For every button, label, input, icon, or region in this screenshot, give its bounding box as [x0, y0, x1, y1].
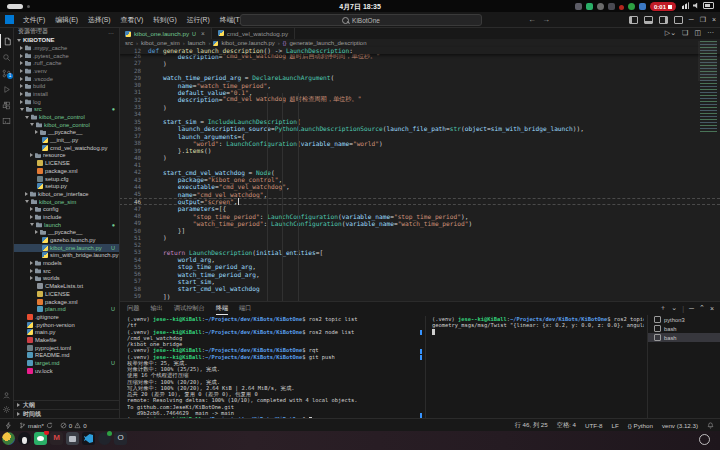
- panel-tab-4[interactable]: 端口: [239, 302, 251, 314]
- dock-browser-icon[interactable]: [2, 432, 15, 445]
- remote-indicator-icon[interactable]: [5, 422, 12, 429]
- notifications-bell-icon[interactable]: [707, 422, 714, 429]
- code-line-40[interactable]: 40 ): [119, 154, 720, 161]
- code-line-44[interactable]: 44 executable="cmd_vel_watchdog",: [119, 183, 720, 190]
- terminal-list-item-1[interactable]: bash: [648, 324, 720, 333]
- status-item-5[interactable]: venv (3.12.3): [662, 422, 698, 429]
- command-center-search[interactable]: KiBotOne: [240, 14, 482, 26]
- code-line-37[interactable]: 37 launch_arguments={: [119, 132, 720, 139]
- code-line-56[interactable]: 56 watch_time_period_arg,: [119, 271, 720, 278]
- tree-item-setup.py[interactable]: setup.py: [13, 182, 119, 190]
- timeline-section[interactable]: 时间线: [13, 409, 119, 418]
- panel-tab-3[interactable]: 终端: [216, 302, 228, 315]
- code-line-38[interactable]: 38 "world": LaunchConfiguration(variable…: [119, 140, 720, 147]
- sticky-scroll-line[interactable]: 12def generate_launch_description() -> L…: [119, 47, 720, 54]
- code-line-53[interactable]: 53 return LaunchDescription(initial_enti…: [119, 249, 720, 256]
- code-line-31[interactable]: 31 default_value="0.1",: [119, 89, 720, 96]
- git-branch-status[interactable]: main*: [19, 422, 53, 429]
- dock-files-icon[interactable]: [66, 432, 79, 445]
- back-icon[interactable]: ←: [528, 15, 536, 24]
- code-line-35[interactable]: 35 start_sim = IncludeLaunchDescription(: [119, 118, 720, 125]
- tree-item-plan.md[interactable]: plan.mdU: [13, 305, 119, 313]
- tree-item-Makefile[interactable]: Makefile: [13, 336, 119, 344]
- recording-pill[interactable]: 0:01: [650, 2, 676, 11]
- code-line-59[interactable]: 59 ]): [119, 292, 720, 299]
- minimap[interactable]: [700, 41, 717, 133]
- code-line-48[interactable]: 48 "stop_time_period": LaunchConfigurati…: [119, 212, 720, 219]
- source-control-icon[interactable]: 1: [0, 66, 13, 80]
- code-line-43[interactable]: 43 package="kibot_one_control",: [119, 176, 720, 183]
- tree-item-worlds[interactable]: worlds: [13, 275, 119, 283]
- code-line-47[interactable]: 47 parameters=[{: [119, 205, 720, 212]
- tree-item-.venv[interactable]: .venv: [13, 67, 119, 75]
- tree-item-main.py[interactable]: main.py: [13, 328, 119, 336]
- breadcrumb-item-0[interactable]: src: [125, 40, 133, 46]
- tree-item-LICENSE[interactable]: LICENSE: [13, 159, 119, 167]
- dock-chat-icon[interactable]: [98, 432, 111, 445]
- tree-item-README.md[interactable]: README.md: [13, 352, 119, 360]
- status-item-0[interactable]: 行 46, 列 25: [515, 421, 548, 430]
- restore-button[interactable]: ❐: [700, 16, 706, 24]
- breadcrumb-item-2[interactable]: launch: [188, 40, 206, 46]
- terminal-scrollbar[interactable]: [420, 316, 422, 419]
- breadcrumb[interactable]: src›kibot_one_sim›launch›kibot_one.launc…: [125, 39, 685, 47]
- tree-item-.pytest_cache[interactable]: .pytest_cache: [13, 52, 119, 60]
- code-line-55[interactable]: 55 stop_time_period_arg,: [119, 263, 720, 270]
- sidebar-more-icon[interactable]: …: [108, 29, 114, 35]
- tree-item-gazebo.launch.py[interactable]: gazebo.launch.py: [13, 236, 119, 244]
- code-line-39[interactable]: 39 }.items(): [119, 147, 720, 154]
- breadcrumb-item-3[interactable]: kibot_one.launch.py: [221, 40, 274, 46]
- terminal-list-item-2[interactable]: bash: [648, 333, 720, 342]
- status-item-4[interactable]: {} Python: [628, 422, 653, 429]
- tree-item-kibot_one_control[interactable]: kibot_one_control: [13, 113, 119, 121]
- account-icon[interactable]: [0, 388, 13, 402]
- code-line-28[interactable]: 28: [119, 67, 720, 74]
- run-debug-icon[interactable]: [0, 82, 13, 96]
- tree-item-CMakeLists.txt[interactable]: CMakeLists.txt: [13, 282, 119, 290]
- tree-item-package.xml[interactable]: package.xml: [13, 167, 119, 175]
- code-line-30[interactable]: 30 name="watch_time_period",: [119, 82, 720, 89]
- outline-section[interactable]: 大纲: [13, 400, 119, 409]
- close-panel-icon[interactable]: ×: [710, 305, 714, 312]
- system-indicators[interactable]: [682, 2, 714, 9]
- terminal-dropdown-icon[interactable]: ⌄: [671, 304, 677, 312]
- status-item-3[interactable]: LF: [612, 422, 619, 429]
- dock-o-app-icon[interactable]: [114, 432, 127, 445]
- tree-item-.gitignore[interactable]: .gitignore: [13, 313, 119, 321]
- code-line-34[interactable]: 34: [119, 111, 720, 118]
- panel-tab-0[interactable]: 问题: [127, 302, 139, 314]
- tab-close-icon[interactable]: ×: [201, 30, 205, 37]
- forward-icon[interactable]: →: [542, 15, 550, 24]
- tree-item-src[interactable]: src●: [13, 106, 119, 114]
- status-item-1[interactable]: 空格: 4: [557, 421, 576, 430]
- tree-item-setup.cfg[interactable]: setup.cfg: [13, 175, 119, 183]
- code-line-58[interactable]: 58 start_cmd_vel_watchdog: [119, 285, 720, 292]
- code-line-54[interactable]: 54 world_arg,: [119, 256, 720, 263]
- tree-item-launch[interactable]: launch●: [13, 221, 119, 229]
- settings-gear-icon[interactable]: [0, 402, 13, 416]
- tree-item-kibot_one_control[interactable]: kibot_one_control: [13, 121, 119, 129]
- code-line-29[interactable]: 29 watch_time_period_arg = DeclareLaunch…: [119, 74, 720, 81]
- menu-item-4[interactable]: 转到(G): [149, 13, 180, 27]
- menu-item-2[interactable]: 选择(S): [84, 13, 115, 27]
- workspace-root-row[interactable]: KIBOTONE: [13, 36, 119, 44]
- code-line-27[interactable]: 27 ): [119, 60, 720, 67]
- tree-item-LICENSE[interactable]: LICENSE: [13, 290, 119, 298]
- terminal-pane-right[interactable]: (.venv) jese--ki@KiBall:~/Projects/dev/K…: [432, 316, 644, 419]
- tree-item-kibot_one_interface[interactable]: kibot_one_interface: [13, 190, 119, 198]
- tree-item-log[interactable]: log: [13, 98, 119, 106]
- editor-tab-1[interactable]: cmd_vel_watchdog.py: [212, 27, 295, 39]
- tree-item-resource[interactable]: resource: [13, 152, 119, 160]
- remote-explorer-icon[interactable]: [0, 114, 13, 128]
- tree-item-build[interactable]: build: [13, 82, 119, 90]
- code-line-33[interactable]: 33 ): [119, 103, 720, 110]
- code-line-50[interactable]: 50 }]: [119, 227, 720, 234]
- tree-item-install[interactable]: install: [13, 90, 119, 98]
- dock-wechat-icon[interactable]: [34, 432, 47, 445]
- dock-penguin-chat-icon[interactable]: [18, 432, 31, 445]
- tree-item-sim_with_bridge.launch.py[interactable]: sim_with_bridge.launch.py: [13, 252, 119, 260]
- record-dot-tray-icon[interactable]: [619, 5, 624, 10]
- menu-item-3[interactable]: 查看(V): [117, 13, 148, 27]
- toggle-panel-icon[interactable]: [644, 16, 653, 24]
- breadcrumb-item-1[interactable]: kibot_one_sim: [141, 40, 180, 46]
